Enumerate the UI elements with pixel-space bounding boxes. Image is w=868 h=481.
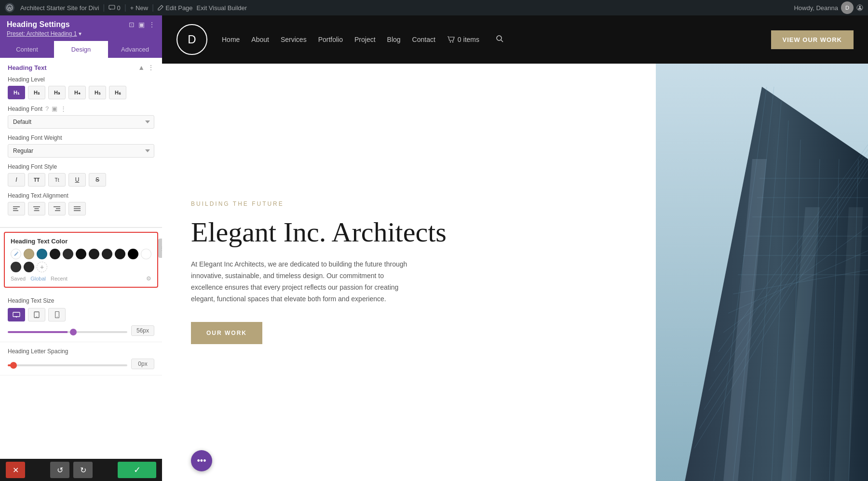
style-italic-button[interactable]: I [8,173,25,187]
size-value[interactable]: 56px [131,325,154,336]
align-left-button[interactable] [8,202,25,215]
panel-resize-handle[interactable]: ⋮ [158,239,162,258]
nav-blog[interactable]: Blog [387,36,401,43]
nav-about[interactable]: About [251,36,269,43]
color-swatch-dark3[interactable] [76,249,86,259]
user-menu[interactable]: Howdy, Deanna D [794,1,863,14]
swatch-settings-icon[interactable]: ⚙ [146,275,151,282]
main-layout: Heading Settings ⊡ ▣ ⋮ Preset: Architect… [0,15,868,481]
hero-section: BUILDING THE FUTURE Elegant Inc. Archite… [162,64,868,481]
color-swatch-dark5[interactable] [102,249,112,259]
level-h6-button[interactable]: H₆ [109,86,126,99]
letter-spacing-slider-row: 0px [8,359,154,369]
right-panel: D Home About Services Portfolio Project … [162,15,868,481]
font-device-icon[interactable]: ▣ [52,105,57,112]
preset-selector[interactable]: Preset: Architect Heading 1 ▾ [7,30,155,37]
level-h3-button[interactable]: H₃ [48,86,66,99]
swatch-tabs: Saved Global Recent ⚙ [11,275,151,282]
svg-point-21 [36,317,37,318]
device-desktop-button[interactable] [8,308,25,321]
nav-project[interactable]: Project [354,36,376,43]
heading-font-weight-select[interactable]: Regular [8,144,154,158]
device-tablet-button[interactable] [28,308,45,321]
hero-building-bg [656,64,868,481]
color-swatch-black[interactable] [128,249,138,259]
wp-logo-icon[interactable]: W [5,3,14,13]
heading-font-select[interactable]: Default [8,115,154,129]
color-swatch-white[interactable] [141,249,151,259]
panel-content: Heading Text ▲ ⋮ Heading Level H₁ H₂ H₃ … [0,58,162,459]
avatar: D [841,1,854,14]
header-icons: ⊡ ▣ ⋮ [129,21,155,28]
nav-portfolio[interactable]: Portfolio [318,36,343,43]
panel-header: Heading Settings ⊡ ▣ ⋮ Preset: Architect… [0,15,162,41]
split-icon[interactable]: ▣ [138,21,145,28]
hero-cta-button[interactable]: OUR WORK [191,322,262,344]
font-more-icon[interactable]: ⋮ [60,105,67,112]
heading-font-weight-label: Heading Font Weight [8,134,154,141]
global-tab[interactable]: Global [30,276,46,281]
eyedropper-tool[interactable] [11,249,21,259]
color-swatch-dark4[interactable] [89,249,99,259]
fullscreen-icon[interactable]: ⊡ [129,21,135,28]
align-center-button[interactable] [28,202,45,215]
nav-search-icon[interactable] [496,35,503,44]
section-more-icon[interactable]: ⋮ [148,64,154,71]
tab-advanced[interactable]: Advanced [108,41,162,58]
device-mobile-button[interactable] [48,308,66,321]
color-swatch-charcoal1[interactable] [11,262,21,272]
hero-body: At Elegant Inc Architects, we are dedica… [191,259,413,305]
level-h1-button[interactable]: H₁ [8,86,25,99]
more-icon[interactable]: ⋮ [149,21,155,28]
device-buttons [8,308,154,321]
save-button[interactable]: ✓ [118,462,156,478]
color-swatch-tan[interactable] [24,249,34,259]
tab-content[interactable]: Content [0,41,54,58]
color-swatch-dark2[interactable] [63,249,73,259]
fab-button[interactable]: ••• [191,450,212,471]
add-color-button[interactable]: + [37,262,47,272]
section-collapse-icon[interactable]: ▲ [138,64,145,71]
color-swatch-teal[interactable] [37,249,47,259]
letter-spacing-value[interactable]: 0px [131,359,154,369]
align-right-button[interactable] [48,202,66,215]
style-uppercase-button[interactable]: TT [28,173,45,187]
level-h4-button[interactable]: H₄ [68,86,86,99]
heading-color-label: Heading Text Color [11,238,151,245]
hero-eyebrow: BUILDING THE FUTURE [191,200,627,207]
saved-tab[interactable]: Saved [11,276,26,281]
cancel-button[interactable]: ✕ [6,462,25,478]
comments-badge[interactable]: 0 [108,4,120,12]
svg-point-23 [56,317,57,317]
style-strikethrough-button[interactable]: S [89,173,106,187]
exit-visual-builder-button[interactable]: Exit Visual Builder [197,4,247,12]
redo-button[interactable]: ↻ [73,462,93,478]
style-capitalize-button[interactable]: Tt [48,173,66,187]
site-name[interactable]: Architect Starter Site for Divi [20,4,99,12]
heading-size-label: Heading Text Size [8,297,154,304]
color-swatch-dark1[interactable] [50,249,60,259]
nav-home[interactable]: Home [222,36,240,43]
nav-cta-button[interactable]: VIEW OUR WORK [771,30,854,49]
nav-contact[interactable]: Contact [412,36,435,43]
letter-spacing-slider[interactable] [8,364,127,366]
site-logo: D [176,24,207,55]
level-h5-button[interactable]: H₅ [89,86,106,99]
color-swatch-dark6[interactable] [115,249,125,259]
tab-design[interactable]: Design [54,41,108,58]
new-button[interactable]: + New [130,4,148,12]
style-underline-button[interactable]: U [68,173,86,187]
align-justify-button[interactable] [68,202,86,215]
edit-page-button[interactable]: Edit Page [158,4,192,12]
svg-rect-17 [13,312,20,317]
wp-admin-bar: W Architect Starter Site for Divi | 0 | … [0,0,868,15]
heading-font-style-label: Heading Font Style [8,163,154,170]
undo-button[interactable]: ↺ [50,462,69,478]
font-help-icon[interactable]: ? [45,105,49,112]
nav-services[interactable]: Services [281,36,307,43]
cart-icon[interactable]: 0 items [447,36,479,43]
size-slider[interactable] [8,331,127,333]
level-h2-button[interactable]: H₂ [28,86,45,99]
recent-tab[interactable]: Recent [51,276,68,281]
color-swatch-charcoal2[interactable] [24,262,34,272]
